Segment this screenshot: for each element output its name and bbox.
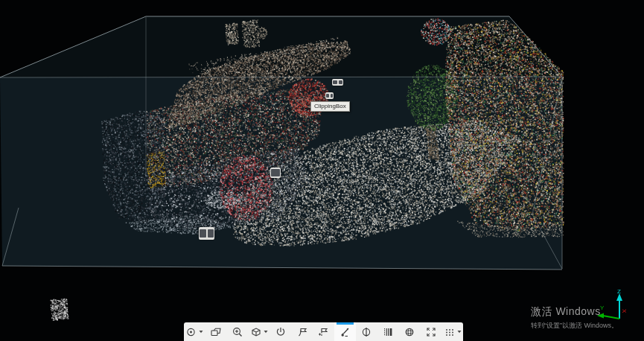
clipping-box-handle[interactable] [270, 168, 281, 178]
clipping-box-handle[interactable] [199, 227, 214, 240]
add-annotation-flag-icon [317, 326, 329, 338]
3d-viewport[interactable]: ClippingBox [0, 0, 644, 341]
projection-orbit-icon [185, 326, 197, 338]
point-cloud-viewer-window: ClippingBox 激活 Windows 转到“设置”以激活 Windows… [0, 0, 644, 341]
sphere-view-button[interactable] [398, 322, 420, 341]
viewer-toolbar [184, 322, 463, 341]
point-cloud-scene [0, 0, 644, 341]
projection-orbit-button[interactable] [184, 322, 205, 341]
clipping-tool-icon [339, 326, 351, 338]
fit-to-view-button[interactable] [420, 322, 441, 341]
annotation-flag-icon [296, 326, 308, 338]
duplicate-view-button[interactable] [205, 322, 227, 341]
rotate-view-button[interactable] [270, 322, 291, 341]
fit-to-view-icon [425, 326, 437, 338]
split-compare-icon [360, 326, 372, 338]
clipping-box-handle[interactable] [325, 92, 334, 99]
annotation-flag-button[interactable] [291, 322, 313, 341]
split-compare-button[interactable] [356, 322, 377, 341]
section-box-button[interactable] [249, 322, 270, 341]
point-grid-button[interactable] [441, 322, 463, 341]
rotate-view-icon [275, 326, 287, 338]
point-grid-icon [444, 326, 456, 338]
zoom-window-button[interactable] [227, 322, 249, 341]
profile-slice-icon [382, 326, 394, 338]
sphere-view-icon [404, 326, 415, 338]
clipping-box-tooltip: ClippingBox [310, 101, 350, 112]
caret-down-icon [264, 330, 268, 334]
duplicate-view-icon [210, 326, 222, 338]
caret-down-icon [457, 330, 462, 334]
zoom-window-icon [232, 326, 243, 338]
add-annotation-flag-button[interactable] [313, 322, 334, 341]
caret-down-icon [199, 330, 203, 334]
profile-slice-button[interactable] [377, 322, 399, 341]
section-box-icon [250, 326, 262, 338]
clipping-tool-button[interactable] [334, 322, 356, 341]
clipping-box-handle[interactable] [332, 79, 343, 86]
